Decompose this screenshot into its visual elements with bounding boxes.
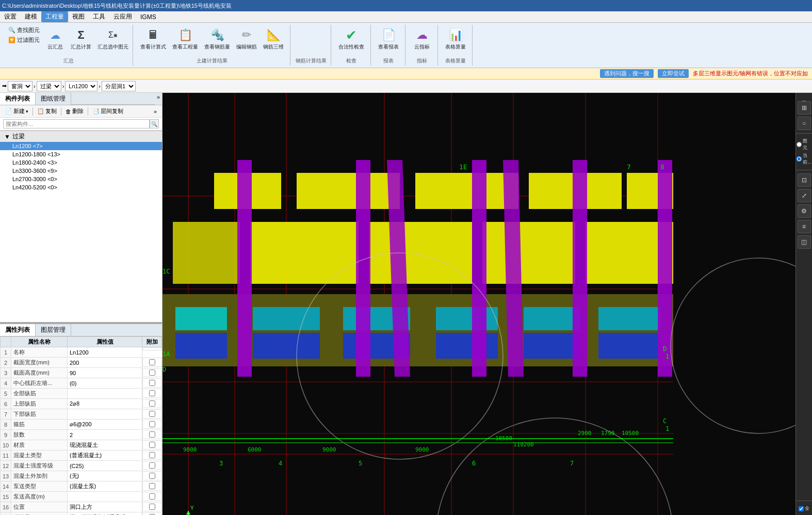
props-checkbox-input[interactable] <box>149 369 155 376</box>
props-checkbox-input[interactable] <box>149 504 155 510</box>
props-checkbox-input[interactable] <box>149 473 155 479</box>
props-row-value[interactable]: (混凝土泵) <box>67 481 142 492</box>
props-checkbox-input[interactable] <box>149 359 155 365</box>
tree-item-ln4200-5200[interactable]: Ln4200-5200 <0> <box>0 183 162 191</box>
props-row-checkbox[interactable] <box>142 450 161 460</box>
props-row-checkbox[interactable] <box>142 440 161 449</box>
menu-gongju[interactable]: 工具 <box>89 11 109 22</box>
props-checkbox-input[interactable] <box>149 421 155 427</box>
props-row-checkbox[interactable] <box>142 471 161 480</box>
props-checkbox-input[interactable] <box>149 462 155 469</box>
props-row-value[interactable]: Ln1200 <box>67 347 142 358</box>
btn-chakan-baobiao[interactable]: 📄 查看报表 <box>376 26 401 52</box>
tab-tuzhi-guanli[interactable]: 图纸管理 <box>36 93 71 105</box>
props-checkbox-input[interactable] <box>149 400 155 407</box>
props-row-value[interactable]: (普通混凝土) <box>67 450 142 461</box>
btn-hefaxing-jiancha[interactable]: ✔ 合法性检查 <box>336 26 366 52</box>
toolbar-select-ln1200[interactable]: Ln1200 <box>65 81 98 91</box>
rt-btn-unknown[interactable]: ◫ <box>798 235 811 249</box>
props-row-checkbox[interactable] <box>142 492 161 501</box>
props-checkbox-input[interactable] <box>149 442 155 448</box>
btn-yunhuizong[interactable]: ☁ 云汇总 <box>44 26 67 52</box>
tree-item-ln1200-1800[interactable]: Ln1200-1800 <13> <box>0 150 162 158</box>
tab-goujian-liebiao[interactable]: 构件列表 <box>0 93 36 105</box>
props-row-value[interactable] <box>67 389 142 399</box>
alert-btn-search[interactable]: 遇到问题，搜一搜 <box>600 69 654 78</box>
props-row-value[interactable]: 现浇混凝土 <box>67 440 142 450</box>
rt-radio-input-1[interactable] <box>797 142 802 147</box>
props-row-checkbox[interactable] <box>142 512 161 516</box>
menu-yunyingyong[interactable]: 云应用 <box>109 11 136 22</box>
props-checkbox-input[interactable] <box>149 390 155 396</box>
toolbar-select-dongdong[interactable]: 窗洞 <box>8 81 33 91</box>
props-row-checkbox[interactable] <box>142 430 161 439</box>
props-row-checkbox[interactable] <box>142 502 161 511</box>
right-panel-label[interactable]: 显示设置 <box>801 95 807 99</box>
search-input[interactable] <box>3 119 150 128</box>
props-row-value[interactable] <box>67 492 142 502</box>
btn-huizongjisuань[interactable]: Σ 汇总计算 <box>69 26 93 52</box>
props-row-checkbox[interactable] <box>142 347 161 350</box>
tree-group-header[interactable]: ▼ 过梁 <box>0 131 162 142</box>
btn-guolvtyuan[interactable]: 🔽过滤图元 <box>6 36 42 44</box>
rt-btn-expand[interactable]: ⊡ <box>798 173 811 187</box>
menu-gongchengliang[interactable]: 工程量 <box>41 11 68 22</box>
btn-chakan-jisuanshi[interactable]: 🖩 查看计算式 <box>138 26 168 52</box>
props-row-value[interactable]: 洞口顶标高加过梁高度 <box>67 512 142 516</box>
search-button[interactable]: 🔍 <box>150 119 159 128</box>
props-row-checkbox[interactable] <box>142 358 161 367</box>
rt-btn-1[interactable]: ⊞ <box>798 101 811 115</box>
props-checkbox-input[interactable] <box>149 452 155 458</box>
props-row-value[interactable]: (无) <box>67 471 142 481</box>
btn-huizongxuanzhong[interactable]: Σ▣ 汇总选中图元 <box>95 26 131 52</box>
rt-btn-2[interactable]: ○ <box>798 117 811 130</box>
btn-chazhaotyuan[interactable]: 🔍查找图元 <box>6 26 42 35</box>
props-row-checkbox[interactable] <box>142 420 161 429</box>
alert-btn-try[interactable]: 立即尝试 <box>658 69 689 78</box>
tree-item-ln2700-3000[interactable]: Ln2700-3000 <0> <box>0 175 162 183</box>
props-row-checkbox[interactable] <box>142 378 161 388</box>
btn-biaogesуanliang[interactable]: 📊 表格算量 <box>443 26 468 52</box>
props-row-checkbox[interactable] <box>142 461 161 470</box>
menu-shezhi[interactable]: 设置 <box>0 11 21 22</box>
tree-item-ln3300-3600[interactable]: Ln3300-3600 <9> <box>0 167 162 175</box>
props-checkbox-input[interactable] <box>149 493 155 500</box>
btn-xinjian[interactable]: 📄新建▾ <box>3 107 30 116</box>
toolbar-select-fenceng[interactable]: 分层洞1 <box>102 81 136 91</box>
props-row-value[interactable]: (0) <box>67 378 142 389</box>
props-checkbox-input[interactable] <box>149 483 155 489</box>
rt-radio-item-1[interactable]: 图元 <box>797 138 811 151</box>
props-row-checkbox[interactable] <box>142 368 161 377</box>
props-checkbox-input[interactable] <box>149 411 155 417</box>
props-checkbox-input[interactable] <box>149 380 155 386</box>
viewport-canvas[interactable]: 1E 7 8 3 4 5 6 7 1C 1A D C 1 D 1 <box>163 93 795 515</box>
menu-igms[interactable]: IGMS <box>136 12 160 22</box>
toolbar-select-guoliang[interactable]: 过梁 <box>37 81 61 91</box>
props-row-value[interactable] <box>67 409 142 420</box>
props-row-checkbox[interactable] <box>142 481 161 491</box>
props-row-value[interactable]: 200 <box>67 358 142 368</box>
props-checkbox-input[interactable] <box>149 431 155 438</box>
menu-shitu[interactable]: 视图 <box>68 11 89 22</box>
btn-cengjienfuzhi[interactable]: 📑层间复制 <box>90 107 125 116</box>
rt-radio-item-2[interactable]: 当前... <box>797 152 811 166</box>
btn-more[interactable]: » <box>152 107 159 116</box>
props-row-value[interactable]: 90 <box>67 368 142 378</box>
props-row-value[interactable]: 2⌀8 <box>67 399 142 409</box>
menu-jianmo[interactable]: 建模 <box>21 11 41 22</box>
props-row-checkbox[interactable] <box>142 389 161 398</box>
btn-fuzhi[interactable]: 📋复制 <box>35 107 59 116</box>
tree-item-ln1800-2400[interactable]: Ln1800-2400 <3> <box>0 158 162 167</box>
rt-btn-settings[interactable]: ⚙ <box>798 204 811 218</box>
btn-chakan-gang筋liang[interactable]: 🔩 查看钢筋量 <box>202 26 232 52</box>
props-row-checkbox[interactable] <box>142 409 161 419</box>
props-row-value[interactable]: 2 <box>67 430 142 440</box>
rt-check-all[interactable]: 全 <box>799 505 809 512</box>
btn-yun-zhibiao[interactable]: ☁ 云指标 <box>411 26 433 52</box>
btn-collapse-left[interactable]: » <box>155 93 162 105</box>
rt-btn-layers[interactable]: ≡ <box>798 220 811 233</box>
props-row-value[interactable]: ⌀6@200 <box>67 420 142 430</box>
btn-chakan-gongchengliang[interactable]: 📋 查看工程量 <box>170 26 200 52</box>
tab-shuxing-liebiao[interactable]: 属性列表 <box>0 324 36 336</box>
props-row-value[interactable]: 洞口上方 <box>67 502 142 512</box>
